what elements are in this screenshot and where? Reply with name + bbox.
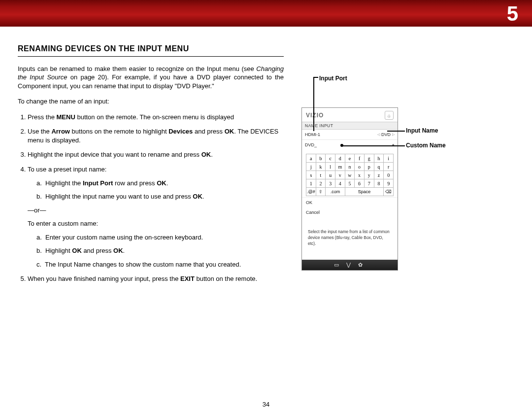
key[interactable]: p xyxy=(364,163,374,171)
key[interactable]: 1 xyxy=(306,179,316,188)
key[interactable]: 9 xyxy=(384,179,394,188)
key[interactable]: 4 xyxy=(335,179,345,188)
key[interactable]: v xyxy=(335,171,345,179)
shift-key[interactable]: ⇧ xyxy=(316,188,326,196)
custom-name-row[interactable]: DVD_ ● xyxy=(302,140,398,150)
dotcom-key[interactable]: .com xyxy=(326,188,345,196)
osd-brand: VIZIO xyxy=(306,112,324,119)
key[interactable]: k xyxy=(316,163,326,171)
step-2: Use the Arrow buttons on the remote to h… xyxy=(28,127,284,144)
cursor-dot: ● xyxy=(392,142,395,147)
step-1: Press the MENU button on the remote. The… xyxy=(28,113,284,122)
key[interactable]: i xyxy=(384,154,394,163)
step-4-custom-lead: To enter a custom name: xyxy=(28,219,284,228)
key[interactable]: a xyxy=(306,154,316,163)
callout-input-name: Input Name xyxy=(406,127,438,134)
heading-rule xyxy=(18,56,284,57)
chapter-banner: 5 xyxy=(0,0,532,27)
step-5: When you have finished naming your input… xyxy=(28,274,284,283)
right-arrow-icon: ▷ xyxy=(392,133,395,137)
key[interactable]: e xyxy=(345,154,355,163)
key[interactable]: o xyxy=(355,163,365,171)
left-arrow-icon: ◁ xyxy=(377,133,380,137)
page-number: 34 xyxy=(0,401,532,408)
osd-cancel[interactable]: Cancel xyxy=(302,207,398,217)
intro-paragraph: Inputs can be renamed to make them easie… xyxy=(18,65,284,91)
step-4c-a: a. Enter your custom name using the on-s… xyxy=(36,233,284,242)
step-3: Highlight the input device that you want… xyxy=(28,150,284,159)
key[interactable]: j xyxy=(306,163,316,171)
custom-name-value: DVD_ xyxy=(305,142,317,147)
input-name-value: DVD xyxy=(381,132,391,137)
step-4: To use a preset input name: a. Highlight… xyxy=(28,165,284,269)
key[interactable]: w xyxy=(345,171,355,179)
key[interactable]: 0 xyxy=(384,171,394,179)
key[interactable]: f xyxy=(355,154,365,163)
space-key[interactable]: Space xyxy=(345,188,384,196)
input-port-name: HDMI-1 xyxy=(305,132,320,137)
key[interactable]: d xyxy=(335,154,345,163)
key[interactable]: x xyxy=(355,171,365,179)
diagram-column: VIZIO ⌂ NAME INPUT HDMI-1 ◁DVD▷ DVD_ ● a… xyxy=(299,43,514,289)
key[interactable]: c xyxy=(326,154,335,163)
section-heading: RENAMING DEVICES ON THE INPUT MENU xyxy=(18,43,284,54)
key[interactable]: r xyxy=(384,163,394,171)
callout-custom-name: Custom Name xyxy=(406,142,446,149)
key[interactable]: y xyxy=(364,171,374,179)
intro-text-a: Inputs can be renamed to make them easie… xyxy=(18,65,256,72)
keyboard-grid: a b c d e f g h i j k l m xyxy=(306,154,394,196)
osd-ok[interactable]: OK xyxy=(302,197,398,207)
chapter-number: 5 xyxy=(507,2,518,26)
input-port-row[interactable]: HDMI-1 ◁DVD▷ xyxy=(302,130,398,140)
osd-nav-bar[interactable]: ▭ ⋁ ✿ xyxy=(302,260,398,270)
key[interactable]: 8 xyxy=(374,179,384,188)
callout-input-port: Input Port xyxy=(319,75,347,82)
backspace-key[interactable]: ⌫ xyxy=(384,188,394,196)
on-screen-keyboard: a b c d e f g h i j k l m xyxy=(302,150,398,197)
osd-panel: VIZIO ⌂ NAME INPUT HDMI-1 ◁DVD▷ DVD_ ● a… xyxy=(301,107,398,271)
key[interactable]: g xyxy=(364,154,374,163)
symbols-key[interactable]: .@# xyxy=(306,188,316,196)
key[interactable]: m xyxy=(335,163,345,171)
steps-list: Press the MENU button on the remote. The… xyxy=(18,113,284,283)
step-4c-b: b. Highlight OK and press OK. xyxy=(36,246,284,255)
key[interactable]: z xyxy=(374,171,384,179)
key[interactable]: 2 xyxy=(316,179,326,188)
osd-hint: Select the input name from a list of com… xyxy=(302,217,398,260)
lead-line: To change the name of an input: xyxy=(18,97,284,106)
key[interactable]: s xyxy=(306,171,316,179)
instruction-column: RENAMING DEVICES ON THE INPUT MENU Input… xyxy=(18,43,284,289)
key[interactable]: b xyxy=(316,154,326,163)
key[interactable]: 7 xyxy=(364,179,374,188)
key[interactable]: u xyxy=(326,171,335,179)
osd-screen-title: NAME INPUT xyxy=(302,122,398,130)
step-4b: b. Highlight the input name you want to … xyxy=(36,192,284,201)
key[interactable]: l xyxy=(326,163,335,171)
home-icon[interactable]: ⌂ xyxy=(385,111,394,120)
step-4c-c: c. The Input Name changes to show the cu… xyxy=(36,260,284,269)
key[interactable]: t xyxy=(316,171,326,179)
step-4-or: —or— xyxy=(28,206,284,215)
key[interactable]: q xyxy=(374,163,384,171)
key[interactable]: 5 xyxy=(345,179,355,188)
key[interactable]: n xyxy=(345,163,355,171)
step-4a: a. Highlight the Input Port row and pres… xyxy=(36,179,284,188)
key[interactable]: h xyxy=(374,154,384,163)
key[interactable]: 6 xyxy=(355,179,365,188)
key[interactable]: 3 xyxy=(326,179,335,188)
